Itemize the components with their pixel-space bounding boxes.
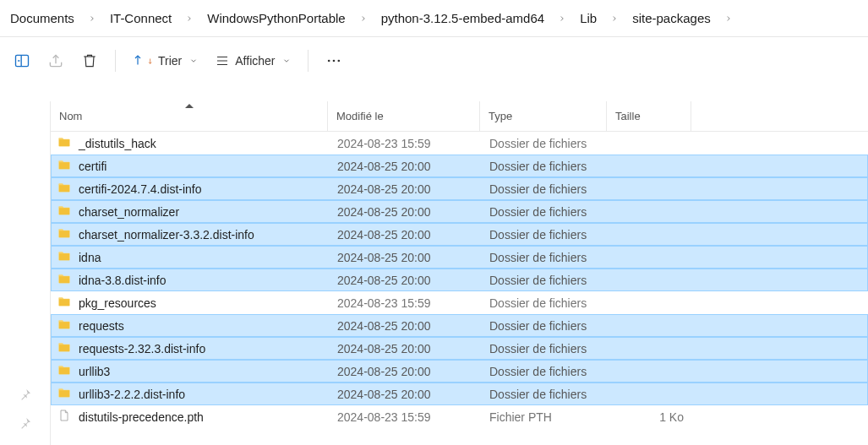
file-name: idna (79, 251, 101, 264)
file-row[interactable]: urllib3-2.2.2.dist-info2024-08-25 20:00D… (51, 383, 868, 405)
file-modified: 2024-08-23 15:59 (329, 296, 481, 310)
file-row[interactable]: urllib32024-08-25 20:00Dossier de fichie… (51, 360, 868, 383)
file-row[interactable]: certifi-2024.7.4.dist-info2024-08-25 20:… (51, 177, 868, 200)
column-header-size[interactable]: Taille (607, 101, 691, 131)
file-type: Dossier de fichiers (481, 342, 608, 355)
breadcrumb-segment[interactable]: python-3.12.5-embed-amd64 (376, 8, 549, 29)
breadcrumb[interactable]: DocumentsIT-ConnectWindowsPythonPortable… (0, 0, 868, 37)
toolbar: Trier Afficher (0, 37, 868, 84)
file-modified: 2024-08-25 20:00 (329, 205, 481, 219)
file-row[interactable]: distutils-precedence.pth2024-08-23 15:59… (51, 405, 868, 428)
chevron-right-icon[interactable] (602, 14, 627, 23)
toolbar-divider (115, 50, 116, 72)
file-name: certifi-2024.7.4.dist-info (79, 182, 202, 196)
file-modified: 2024-08-25 20:00 (329, 342, 481, 355)
file-name: charset_normalizer-3.3.2.dist-info (79, 228, 254, 241)
chevron-right-icon[interactable] (549, 14, 575, 23)
pin-icon (19, 416, 32, 430)
navigation-pane[interactable] (0, 101, 51, 445)
file-row[interactable]: charset_normalizer-3.3.2.dist-info2024-0… (51, 223, 868, 246)
svg-rect-0 (16, 55, 29, 66)
file-row[interactable]: pkg_resources2024-08-23 15:59Dossier de … (51, 291, 868, 314)
file-name: charset_normalizer (79, 205, 179, 219)
file-list: Nom Modifié le Type Taille _distutils_ha… (51, 101, 868, 445)
view-label: Afficher (235, 54, 275, 68)
file-type: Dossier de fichiers (481, 296, 608, 310)
file-icon (57, 409, 72, 425)
file-name: requests-2.32.3.dist-info (79, 342, 205, 355)
svg-point-1 (328, 60, 330, 62)
file-modified: 2024-08-25 20:00 (329, 319, 481, 333)
file-type: Dossier de fichiers (481, 182, 608, 196)
file-modified: 2024-08-25 20:00 (329, 388, 481, 401)
more-button[interactable] (319, 46, 349, 76)
file-type: Dossier de fichiers (481, 137, 608, 150)
file-name: urllib3 (79, 365, 110, 378)
file-name: requests (79, 319, 124, 333)
file-row[interactable]: idna2024-08-25 20:00Dossier de fichiers (51, 246, 868, 269)
chevron-right-icon[interactable] (177, 14, 202, 23)
file-name: _distutils_hack (79, 137, 156, 150)
file-row[interactable]: charset_normalizer2024-08-25 20:00Dossie… (51, 200, 868, 223)
folder-icon (57, 363, 72, 379)
file-row[interactable]: _distutils_hack2024-08-23 15:59Dossier d… (51, 132, 868, 155)
breadcrumb-segment[interactable]: site-packages (627, 8, 716, 29)
sort-button[interactable]: Trier (126, 46, 205, 76)
file-size: 1 Ko (608, 410, 692, 424)
file-row[interactable]: requests-2.32.3.dist-info2024-08-25 20:0… (51, 337, 868, 360)
folder-icon (57, 386, 72, 402)
column-headers: Nom Modifié le Type Taille (51, 101, 868, 132)
file-name: certifi (79, 160, 106, 173)
file-type: Dossier de fichiers (481, 160, 608, 173)
file-modified: 2024-08-25 20:00 (329, 365, 481, 378)
file-modified: 2024-08-25 20:00 (329, 228, 481, 241)
file-row[interactable]: idna-3.8.dist-info2024-08-25 20:00Dossie… (51, 269, 868, 291)
file-modified: 2024-08-25 20:00 (329, 182, 481, 196)
file-name: pkg_resources (79, 296, 156, 310)
folder-icon (57, 340, 72, 356)
file-name: distutils-precedence.pth (79, 410, 204, 424)
column-header-name[interactable]: Nom (51, 101, 328, 131)
file-name: urllib3-2.2.2.dist-info (79, 388, 185, 401)
file-type: Dossier de fichiers (481, 274, 608, 287)
rename-button[interactable] (7, 46, 37, 76)
breadcrumb-segment[interactable]: IT-Connect (105, 8, 177, 29)
folder-icon (57, 204, 72, 220)
file-modified: 2024-08-25 20:00 (329, 274, 481, 287)
folder-icon (57, 135, 72, 151)
pin-icon (19, 388, 32, 401)
file-row[interactable]: certifi2024-08-25 20:00Dossier de fichie… (51, 155, 868, 177)
file-modified: 2024-08-23 15:59 (329, 137, 481, 150)
view-button[interactable]: Afficher (208, 46, 298, 76)
file-row[interactable]: requests2024-08-25 20:00Dossier de fichi… (51, 314, 868, 337)
share-button[interactable] (41, 46, 71, 76)
chevron-down-icon (282, 57, 291, 65)
file-type: Dossier de fichiers (481, 388, 608, 401)
file-type: Dossier de fichiers (481, 319, 608, 333)
chevron-right-icon[interactable] (716, 14, 741, 23)
file-type: Fichier PTH (481, 410, 608, 424)
delete-button[interactable] (74, 46, 105, 76)
chevron-right-icon[interactable] (79, 14, 105, 23)
sort-label: Trier (158, 54, 182, 68)
file-modified: 2024-08-25 20:00 (329, 251, 481, 264)
breadcrumb-segment[interactable]: Documents (5, 8, 79, 29)
file-type: Dossier de fichiers (481, 365, 608, 378)
folder-icon (57, 295, 72, 311)
chevron-right-icon[interactable] (351, 14, 376, 23)
folder-icon (57, 158, 72, 174)
file-type: Dossier de fichiers (481, 205, 608, 219)
folder-icon (57, 181, 72, 197)
toolbar-divider (308, 50, 308, 72)
column-header-type[interactable]: Type (480, 101, 607, 131)
file-name: idna-3.8.dist-info (79, 274, 167, 287)
breadcrumb-segment[interactable]: Lib (575, 8, 602, 29)
breadcrumb-segment[interactable]: WindowsPythonPortable (202, 8, 350, 29)
column-header-modified[interactable]: Modifié le (328, 101, 480, 131)
chevron-down-icon (189, 57, 198, 65)
svg-point-2 (333, 60, 336, 62)
folder-icon (57, 272, 72, 288)
file-type: Dossier de fichiers (481, 251, 608, 264)
file-modified: 2024-08-25 20:00 (329, 160, 481, 173)
svg-point-3 (338, 60, 341, 62)
